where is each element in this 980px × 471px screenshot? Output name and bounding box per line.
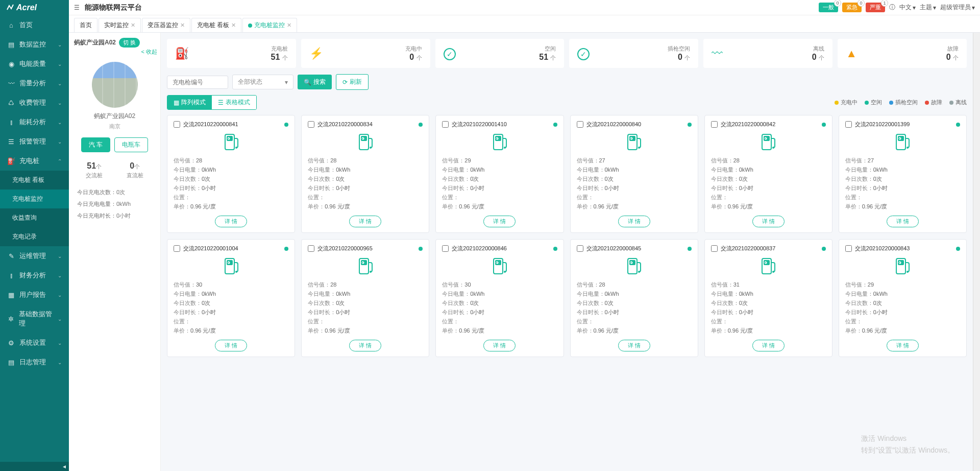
site-switch-button[interactable]: 切 换 — [119, 38, 140, 48]
card-checkbox[interactable] — [442, 121, 449, 128]
menu-icon: ⫿ — [7, 119, 15, 126]
menu-toggle-icon[interactable]: ☰ — [74, 4, 80, 11]
sidebar-item[interactable]: ⫿能耗分析⌄ — [0, 112, 69, 132]
alert-serious[interactable]: 严重1 — [866, 3, 885, 12]
summary-card: ✓空闲51 个 — [435, 39, 565, 68]
status-dot-icon — [419, 247, 423, 251]
close-icon[interactable]: ✕ — [180, 22, 185, 29]
sidebar-item[interactable]: ⛽充电桩⌃ — [0, 151, 69, 171]
card-title: 交流20210220000965 — [317, 245, 373, 252]
close-icon[interactable]: ✕ — [131, 22, 135, 29]
detail-button[interactable]: 详 情 — [887, 216, 919, 227]
sidebar-item[interactable]: ⚙系统设置⌄ — [0, 333, 69, 352]
detail-button[interactable]: 详 情 — [483, 216, 516, 227]
charger-card: 交流20210220000846 信号值：30 今日电量：0kWh 今日次数：0… — [435, 239, 564, 357]
detail-button[interactable]: 详 情 — [215, 216, 247, 227]
pump-icon — [577, 255, 692, 276]
table-view-button[interactable]: ☰ 表格模式 — [212, 96, 256, 109]
menu-icon: ◉ — [7, 60, 15, 68]
theme-switch[interactable]: 主题 ▾ — [920, 3, 936, 12]
site-stat: 今日充电次数：0次 — [74, 186, 155, 198]
sidebar-item[interactable]: ✲基础数据管理⌄ — [0, 304, 69, 333]
chevron-icon: ⌄ — [58, 292, 62, 298]
sidebar-subitem[interactable]: 充电桩 看板 — [0, 171, 69, 190]
sidebar-item[interactable]: ⫿财务分析⌄ — [0, 266, 69, 285]
detail-button[interactable]: 详 情 — [483, 340, 516, 351]
sidebar-item[interactable]: ☰报警管理⌄ — [0, 132, 69, 151]
sidebar-subitem[interactable]: 充电记录 — [0, 227, 69, 246]
detail-button[interactable]: 详 情 — [887, 340, 919, 351]
svg-point-3 — [235, 147, 237, 149]
bolt-icon: ⚡ — [309, 47, 323, 60]
detail-button[interactable]: 详 情 — [349, 340, 381, 351]
detail-button[interactable]: 详 情 — [349, 216, 381, 227]
menu-icon: ▤ — [7, 41, 15, 49]
status-dot-icon — [956, 123, 960, 127]
card-checkbox[interactable] — [711, 245, 718, 252]
sidebar-item[interactable]: ♺收费管理⌄ — [0, 93, 69, 112]
sidebar-item[interactable]: ✎运维管理⌄ — [0, 246, 69, 266]
legend-item: 空闲 — [865, 99, 882, 106]
svg-point-19 — [772, 147, 774, 149]
status-dot-icon — [553, 123, 557, 127]
close-icon[interactable]: ✕ — [287, 22, 291, 29]
search-input[interactable] — [167, 76, 228, 89]
sidebar-collapse[interactable]: ◂ — [0, 462, 69, 471]
sidebar-subitem[interactable]: 充电桩监控 — [0, 190, 69, 208]
panel-collapse[interactable]: < 收起 — [141, 48, 157, 56]
sidebar-subitem[interactable]: 收益查询 — [0, 208, 69, 227]
card-checkbox[interactable] — [308, 245, 314, 252]
menu-icon: ☰ — [7, 138, 15, 146]
chevron-icon: ⌄ — [58, 81, 62, 86]
sidebar-item[interactable]: 〰需量分析⌄ — [0, 74, 69, 93]
tab[interactable]: 实时监控✕ — [99, 18, 141, 32]
detail-button[interactable]: 详 情 — [618, 340, 650, 351]
tab[interactable]: 充电桩监控✕ — [242, 18, 297, 32]
tab[interactable]: 首页 — [74, 18, 97, 32]
user-menu[interactable]: 超级管理员 ▾ — [940, 3, 975, 12]
status-select[interactable]: 全部状态▾ — [232, 75, 293, 89]
refresh-button[interactable]: ⟳ 刷新 — [336, 74, 369, 90]
help-icon[interactable]: ⓘ — [889, 3, 895, 12]
scrollbar[interactable] — [973, 33, 980, 471]
tab[interactable]: 充电桩 看板✕ — [191, 18, 241, 32]
sidebar-item[interactable]: ▦用户报告⌄ — [0, 285, 69, 304]
chevron-icon: ⌄ — [58, 340, 62, 346]
card-checkbox[interactable] — [174, 245, 180, 252]
grid-view-button[interactable]: ▦ 阵列模式 — [167, 96, 212, 109]
menu-icon: ⛽ — [7, 157, 15, 165]
sidebar-item[interactable]: ▤数据监控⌄ — [0, 35, 69, 54]
alert-normal[interactable]: 一般0 — [819, 3, 838, 12]
pump-icon — [711, 131, 826, 152]
detail-button[interactable]: 详 情 — [752, 216, 785, 227]
sidebar-item[interactable]: ◉电能质量⌄ — [0, 54, 69, 74]
close-icon[interactable]: ✕ — [231, 22, 236, 29]
card-checkbox[interactable] — [577, 121, 583, 128]
svg-point-47 — [906, 271, 909, 273]
type-car-button[interactable]: 汽 车 — [81, 137, 110, 152]
card-checkbox[interactable] — [442, 245, 449, 252]
type-ebike-button[interactable]: 电瓶车 — [114, 137, 148, 152]
search-button[interactable]: 🔍 搜索 — [298, 75, 332, 89]
card-checkbox[interactable] — [845, 245, 852, 252]
content-area: ⛽充电桩51 个⚡充电中0 个✓空闲51 个✓插枪空闲0 个〰离线0 个▲故障0… — [161, 33, 973, 471]
card-checkbox[interactable] — [845, 121, 852, 128]
chevron-icon: ⌃ — [58, 158, 62, 164]
detail-button[interactable]: 详 情 — [752, 340, 785, 351]
tab[interactable]: 变压器监控✕ — [142, 18, 190, 32]
summary-card: ⛽充电桩51 个 — [167, 39, 296, 68]
sidebar-item[interactable]: ▤日志管理⌄ — [0, 352, 69, 372]
menu-icon: ▦ — [7, 291, 15, 299]
charger-card: 交流20210220000840 信号值：27 今日电量：0kWh 今日次数：0… — [570, 115, 698, 233]
detail-button[interactable]: 详 情 — [215, 340, 247, 351]
sidebar-item[interactable]: ⌂首页 — [0, 15, 69, 35]
card-checkbox[interactable] — [308, 121, 314, 128]
card-checkbox[interactable] — [711, 121, 718, 128]
card-checkbox[interactable] — [577, 245, 583, 252]
detail-button[interactable]: 详 情 — [618, 216, 650, 227]
legend-item: 故障 — [925, 99, 942, 106]
alert-urgent[interactable]: 紧急0 — [842, 3, 862, 12]
charger-card: 交流20210220000842 信号值：28 今日电量：0kWh 今日次数：0… — [704, 115, 832, 233]
card-checkbox[interactable] — [174, 121, 180, 128]
lang-switch[interactable]: 中文 ▾ — [899, 3, 916, 12]
